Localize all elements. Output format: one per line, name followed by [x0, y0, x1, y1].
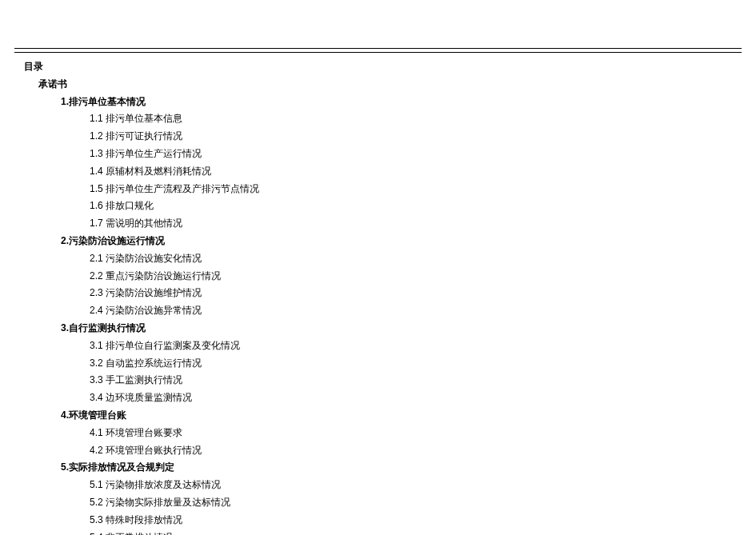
toc-s4-i2: 4.2 环境管理台账执行情况 [24, 443, 756, 459]
toc-s3-i4: 3.4 边环境质量监测情况 [24, 390, 756, 406]
toc-s5-i4: 5.4 非正常排放情况 [24, 530, 756, 535]
toc-s2-i3: 2.3 污染防治设施维护情况 [24, 285, 756, 301]
toc-s3: 3.自行监测执行情况 [24, 321, 756, 337]
toc-s4: 4.环境管理台账 [24, 408, 756, 424]
toc-s1-i1: 1.1 排污单位基本信息 [24, 111, 756, 127]
toc-s1-i4: 1.4 原辅材料及燃料消耗情况 [24, 164, 756, 180]
toc-s1-i5: 1.5 排污单位生产流程及产排污节点情况 [24, 182, 756, 198]
toc-s1: 1.排污单位基本情况 [24, 94, 756, 110]
toc-s5-i2: 5.2 污染物实际排放量及达标情况 [24, 495, 756, 511]
toc-title: 目录 [24, 59, 756, 75]
toc-s1-i7: 1.7 需说明的其他情况 [24, 216, 756, 232]
toc-s2-i2: 2.2 重点污染防治设施运行情况 [24, 269, 756, 285]
toc-cover: 承诺书 [24, 77, 756, 93]
page-rule-top [14, 48, 742, 49]
toc-s2-i4: 2.4 污染防治设施异常情况 [24, 303, 756, 319]
table-of-contents: 目录 承诺书 1.排污单位基本情况 1.1 排污单位基本信息 1.2 排污可证执… [0, 59, 756, 535]
toc-s2: 2.污染防治设施运行情况 [24, 234, 756, 250]
toc-s4-i1: 4.1 环境管理台账要求 [24, 425, 756, 441]
toc-s5-i3: 5.3 特殊时段排放情况 [24, 513, 756, 529]
page-rule-top-2 [14, 52, 742, 53]
toc-s2-i1: 2.1 污染防治设施安化情况 [24, 251, 756, 267]
toc-s3-i3: 3.3 手工监测执行情况 [24, 373, 756, 389]
toc-s3-i1: 3.1 排污单位自行监测案及变化情况 [24, 338, 756, 354]
document-page: 目录 承诺书 1.排污单位基本情况 1.1 排污单位基本信息 1.2 排污可证执… [0, 0, 756, 535]
toc-s1-i6: 1.6 排放口规化 [24, 198, 756, 214]
toc-s3-i2: 3.2 自动监控系统运行情况 [24, 356, 756, 372]
toc-s1-i2: 1.2 排污可证执行情况 [24, 129, 756, 145]
toc-s5-i1: 5.1 污染物排放浓度及达标情况 [24, 477, 756, 493]
toc-s5: 5.实际排放情况及合规判定 [24, 460, 756, 476]
toc-s1-i3: 1.3 排污单位生产运行情况 [24, 146, 756, 162]
